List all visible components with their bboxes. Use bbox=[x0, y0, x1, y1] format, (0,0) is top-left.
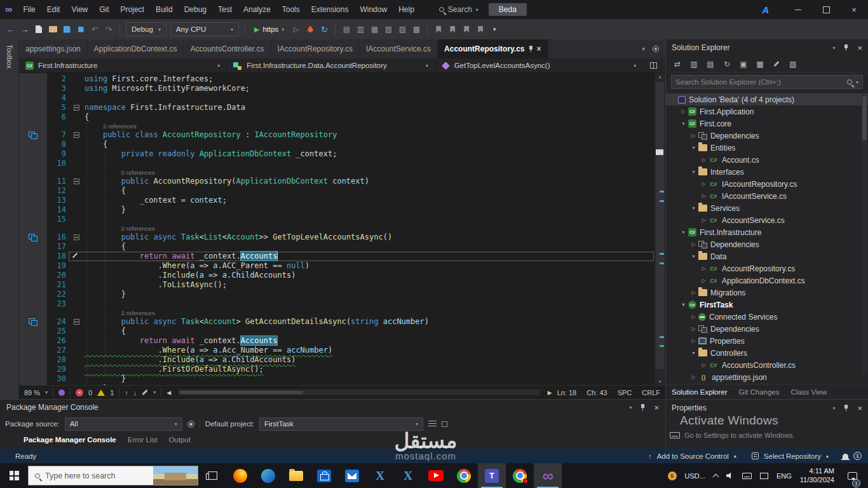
close-icon[interactable]: × bbox=[857, 44, 862, 52]
codelens-references[interactable]: 2 references bbox=[19, 122, 654, 130]
taskbar-x-app-icon[interactable]: X bbox=[366, 463, 394, 488]
add-to-source-control-button[interactable]: Add to Source Control bbox=[657, 452, 729, 460]
window-position-icon[interactable]: ▾ bbox=[629, 405, 632, 410]
code-text[interactable] bbox=[85, 215, 654, 224]
menu-extensions[interactable]: Extensions bbox=[306, 0, 355, 19]
scroll-up-icon[interactable]: ▲ bbox=[654, 74, 665, 79]
gear-icon[interactable] bbox=[653, 46, 659, 52]
new-project-icon[interactable] bbox=[32, 21, 46, 37]
open-file-icon[interactable] bbox=[46, 21, 60, 37]
line-ending-indicator[interactable]: CRLF bbox=[642, 389, 660, 396]
panel-tab-package-manager-console[interactable]: Package Manager Console bbox=[18, 433, 122, 447]
tree-item-connected-services[interactable]: ▷Connected Services bbox=[666, 311, 868, 323]
code-text[interactable]: .Include(a => a.ChildAccounts) bbox=[85, 355, 654, 365]
solution-name-badge[interactable]: Beda bbox=[489, 3, 527, 16]
tree-item-accountscontroller-cs[interactable]: ▷C#AccountsController.cs bbox=[666, 359, 868, 371]
code-text[interactable]: { bbox=[85, 327, 654, 336]
tree-item-firsttask[interactable]: ▾C#FirstTask bbox=[666, 299, 868, 311]
scrollbar-thumb[interactable] bbox=[862, 96, 867, 140]
clear-console-icon[interactable] bbox=[428, 421, 437, 428]
menu-edit[interactable]: Edit bbox=[41, 0, 66, 19]
pending-changes-filter-icon[interactable]: ▥ bbox=[686, 57, 702, 71]
code-text[interactable]: public class AccountRepository : IAccoun… bbox=[85, 130, 654, 140]
panel-tab-git-changes[interactable]: Git Changes bbox=[733, 384, 785, 399]
panel-tab-error-list[interactable]: Error List bbox=[122, 433, 163, 447]
menu-build[interactable]: Build bbox=[150, 0, 179, 19]
code-text[interactable]: public async Task<List<Account>> GetTopL… bbox=[85, 233, 654, 242]
split-editor-icon[interactable] bbox=[650, 62, 657, 69]
redo-icon[interactable]: ↷ bbox=[102, 21, 116, 37]
column-indicator[interactable]: Ch: 43 bbox=[587, 389, 607, 396]
code-text[interactable] bbox=[85, 299, 654, 309]
taskbar-search-input[interactable] bbox=[45, 471, 148, 480]
chevron-collapsed-icon[interactable]: ▷ bbox=[689, 338, 698, 344]
window-position-icon[interactable]: ▾ bbox=[832, 405, 835, 411]
breadcrumb-type-dropdown[interactable]: First.Infrastructure.Data.AccountReposit… bbox=[227, 58, 435, 72]
taskbar-visual-studio-icon[interactable]: ∞ bbox=[534, 463, 562, 488]
code-text[interactable]: .Where(a => a.Acc_Number == accNumber) bbox=[85, 346, 654, 355]
tree-item-data[interactable]: ▾Data bbox=[666, 250, 868, 262]
chevron-expanded-icon[interactable]: ▾ bbox=[679, 229, 688, 235]
touch-keyboard-icon[interactable] bbox=[742, 473, 752, 479]
save-all-icon[interactable] bbox=[74, 21, 88, 37]
code-text[interactable]: private readonly ApplicationDbContext _c… bbox=[85, 149, 654, 159]
properties-icon[interactable] bbox=[769, 57, 784, 71]
code-text[interactable]: .ToListAsync(); bbox=[85, 280, 654, 290]
solution-explorer-search[interactable]: ▾ bbox=[671, 75, 863, 89]
code-text[interactable] bbox=[85, 159, 654, 168]
code-text[interactable]: using First.core.Interfaces; bbox=[85, 74, 654, 84]
currency-ticker[interactable]: USD... bbox=[685, 472, 705, 480]
tree-item-solution-beda-4-of-4-projects[interactable]: Solution 'Beda' (4 of 4 projects) bbox=[666, 93, 868, 105]
chevron-collapsed-icon[interactable]: ▷ bbox=[699, 217, 709, 223]
code-text[interactable]: } bbox=[85, 290, 654, 299]
search-input[interactable] bbox=[675, 78, 843, 86]
code-text[interactable]: { bbox=[85, 186, 654, 196]
chevron-expanded-icon[interactable]: ▾ bbox=[679, 302, 688, 308]
tree-item-iaccountrepository-cs[interactable]: ▷C#IAccountRepository.cs bbox=[666, 178, 868, 190]
select-repository-button[interactable]: Select Repository bbox=[764, 452, 821, 460]
line-indicator[interactable]: Ln: 18 bbox=[557, 389, 577, 396]
tree-item-first-core[interactable]: ▾C#First.core bbox=[666, 118, 868, 130]
toolbar-overflow-icon[interactable]: ▾ bbox=[487, 21, 501, 37]
chevron-collapsed-icon[interactable]: ▷ bbox=[699, 157, 709, 163]
chevron-expanded-icon[interactable]: ▾ bbox=[689, 169, 698, 175]
code-editor[interactable]: 2using First.core.Interfaces;3using Micr… bbox=[19, 73, 665, 385]
codelens-references[interactable]: 0 references bbox=[19, 168, 654, 177]
chevron-expanded-icon[interactable]: ▾ bbox=[689, 350, 698, 356]
account-avatar[interactable]: A bbox=[762, 4, 769, 15]
restart-icon[interactable]: ↻ bbox=[317, 21, 331, 37]
volume-icon[interactable] bbox=[726, 473, 734, 479]
code-text[interactable]: .Where(a => a.ACC_Parent == null) bbox=[85, 261, 654, 271]
hot-reload-icon[interactable] bbox=[303, 21, 317, 37]
code-text[interactable]: .Include(a => a.ChildAccounts) bbox=[85, 271, 654, 280]
tree-item-iaccountservice-cs[interactable]: ▷C#IAccountService.cs bbox=[666, 190, 868, 202]
default-project-dropdown[interactable]: FirstTask ▾ bbox=[259, 417, 423, 431]
tab-applicationdbcontext-cs[interactable]: ApplicationDbContext.cs bbox=[88, 39, 184, 58]
tree-item-applicationdbcontext-cs[interactable]: ▷C#ApplicationDbContext.cs bbox=[666, 274, 868, 287]
menu-file[interactable]: File bbox=[17, 0, 41, 19]
chevron-collapsed-icon[interactable]: ▷ bbox=[699, 266, 709, 271]
taskbar-youtube-icon[interactable] bbox=[422, 463, 450, 488]
tree-item-dependencies[interactable]: ▷Dependencies bbox=[666, 130, 868, 142]
navigate-down-icon[interactable]: ↓ bbox=[133, 389, 137, 396]
code-text[interactable]: _context = context; bbox=[85, 196, 654, 205]
tree-item-dependencies[interactable]: ▷Dependencies bbox=[666, 323, 868, 335]
menu-debug[interactable]: Debug bbox=[179, 0, 212, 19]
editor-horizontal-scrollbar[interactable] bbox=[179, 390, 539, 395]
indentation-indicator[interactable]: SPC bbox=[618, 389, 632, 396]
solution-configuration-dropdown[interactable]: Debug ▾ bbox=[126, 22, 166, 36]
pin-icon[interactable] bbox=[843, 44, 849, 51]
code-text[interactable]: return await _context.Accounts bbox=[85, 336, 654, 346]
codelens-references[interactable]: 2 references bbox=[19, 309, 654, 317]
start-debugging-button[interactable]: ▶ https ▾ bbox=[249, 22, 289, 37]
collapse-region-icon[interactable] bbox=[74, 132, 79, 138]
chevron-collapsed-icon[interactable]: ▷ bbox=[689, 290, 698, 295]
tree-item-dependencies[interactable]: ▷Dependencies bbox=[666, 238, 868, 250]
taskbar-mail-icon[interactable] bbox=[338, 463, 366, 488]
task-view-button[interactable] bbox=[198, 463, 226, 488]
stop-icon[interactable] bbox=[442, 421, 447, 427]
navigate-up-icon[interactable]: ↑ bbox=[125, 389, 128, 396]
code-text[interactable]: using Microsoft.EntityFrameworkCore; bbox=[85, 84, 654, 93]
navigate-backward-icon[interactable]: ← bbox=[4, 21, 18, 37]
taskbar-firefox-icon[interactable] bbox=[226, 463, 254, 488]
